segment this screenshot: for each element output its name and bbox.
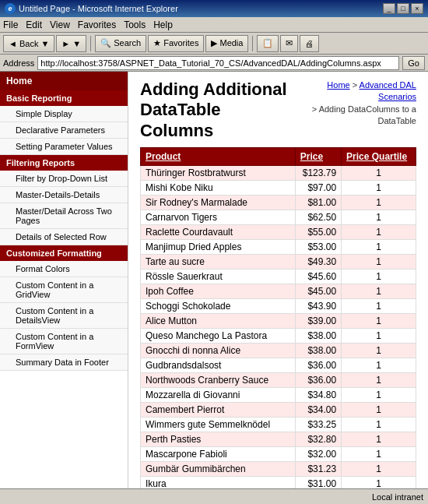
- table-row[interactable]: Gnocchi di nonna Alice$38.001: [141, 344, 416, 358]
- cell-price: $53.00: [295, 240, 341, 255]
- breadcrumb-section[interactable]: Advanced DAL Scenarios: [360, 80, 416, 101]
- cell-price: $31.23: [295, 462, 341, 477]
- cell-price: $81.00: [295, 196, 341, 210]
- table-row[interactable]: Rössle Sauerkraut$45.601: [141, 270, 416, 284]
- cell-product: Schoggi Schokolade: [141, 299, 296, 314]
- sidebar-section-filtering-reports[interactable]: Filtering Reports: [0, 155, 128, 171]
- menu-favorites[interactable]: Favorites: [78, 19, 116, 30]
- titlebar-left: e Untitled Page - Microsoft Internet Exp…: [5, 3, 178, 14]
- back-button[interactable]: ◄ Back ▼: [3, 35, 54, 52]
- cell-price: $33.25: [295, 418, 341, 432]
- cell-price: $34.80: [295, 388, 341, 403]
- table-row[interactable]: Mascarpone Fabioli$32.001: [141, 447, 416, 462]
- toolbar: ◄ Back ▼ ► ▼ 🔍 Search ★ Favorites ▶ Medi…: [0, 33, 428, 55]
- address-input[interactable]: [37, 56, 399, 70]
- cell-quartile: 1: [342, 284, 416, 299]
- table-row[interactable]: Thüringer Rostbratwurst$123.791: [141, 166, 416, 181]
- search-button[interactable]: 🔍 Search: [95, 35, 146, 52]
- sidebar-item-master-details[interactable]: Master-Details-Details: [0, 187, 128, 203]
- favorites-button[interactable]: ★ Favorites: [148, 35, 204, 52]
- table-row[interactable]: Northwoods Cranberry Sauce$36.001: [141, 373, 416, 388]
- cell-price: $38.00: [295, 344, 341, 358]
- cell-product: Raclette Courdavault: [141, 225, 296, 240]
- table-row[interactable]: Mishi Kobe Niku$97.001: [141, 181, 416, 196]
- col-header-product[interactable]: Product: [141, 148, 296, 166]
- table-row[interactable]: Gudbrandsdalsost$36.001: [141, 358, 416, 373]
- sidebar-item-setting-parameter-values[interactable]: Setting Parameter Values: [0, 139, 128, 155]
- menu-tools[interactable]: Tools: [124, 19, 146, 30]
- table-row[interactable]: Tarte au sucre$49.301: [141, 255, 416, 270]
- cell-price: $32.80: [295, 432, 341, 447]
- ie-icon: e: [5, 3, 16, 14]
- cell-product: Gudbrandsdalsost: [141, 358, 296, 373]
- cell-price: $97.00: [295, 181, 341, 196]
- cell-quartile: 1: [342, 418, 416, 432]
- sidebar-home[interactable]: Home: [0, 72, 128, 90]
- cell-product: Ipoh Coffee: [141, 284, 296, 299]
- col-header-quartile[interactable]: Price Quartile: [342, 148, 416, 166]
- sidebar-section-customized-formatting[interactable]: Customized Formatting: [0, 245, 128, 261]
- cell-quartile: 1: [342, 462, 416, 477]
- mail-button[interactable]: ✉: [280, 35, 298, 52]
- cell-product: Tarte au sucre: [141, 255, 296, 270]
- table-row[interactable]: Ikura$31.001: [141, 477, 416, 488]
- sidebar-item-summary-footer[interactable]: Summary Data in Footer: [0, 354, 128, 371]
- table-row[interactable]: Sir Rodney's Marmalade$81.001: [141, 196, 416, 210]
- table-row[interactable]: Manjimup Dried Apples$53.001: [141, 240, 416, 255]
- media-button[interactable]: ▶ Media: [205, 35, 248, 52]
- sidebar-item-custom-detailsview[interactable]: Custom Content in a DetailsView: [0, 303, 128, 329]
- table-row[interactable]: Alice Mutton$39.001: [141, 314, 416, 329]
- titlebar-controls[interactable]: _ □ ×: [383, 3, 423, 14]
- maximize-button[interactable]: □: [397, 3, 409, 14]
- cell-quartile: 1: [342, 299, 416, 314]
- sidebar-section-basic-reporting[interactable]: Basic Reporting: [0, 90, 128, 106]
- sidebar-item-custom-gridview[interactable]: Custom Content in a GridView: [0, 277, 128, 303]
- menu-help[interactable]: Help: [153, 19, 173, 30]
- sidebar: Home Basic Reporting Simple Display Decl…: [0, 72, 128, 488]
- sidebar-item-selected-row[interactable]: Details of Selected Row: [0, 229, 128, 245]
- cell-product: Sir Rodney's Marmalade: [141, 196, 296, 210]
- table-row[interactable]: Schoggi Schokolade$43.901: [141, 299, 416, 314]
- cell-product: Rössle Sauerkraut: [141, 270, 296, 284]
- title-bar: e Untitled Page - Microsoft Internet Exp…: [0, 0, 428, 17]
- sidebar-item-master-detail-pages[interactable]: Master/Detail Across Two Pages: [0, 203, 128, 229]
- cell-price: $45.00: [295, 284, 341, 299]
- table-row[interactable]: Queso Manchego La Pastora$38.001: [141, 329, 416, 344]
- table-row[interactable]: Mozzarella di Giovanni$34.801: [141, 388, 416, 403]
- sidebar-item-filter-dropdown[interactable]: Filter by Drop-Down List: [0, 171, 128, 187]
- breadcrumb-home[interactable]: Home: [327, 80, 349, 90]
- data-table: Product Price Price Quartile Thüringer R…: [140, 147, 416, 488]
- menu-edit[interactable]: Edit: [26, 19, 42, 30]
- forward-button[interactable]: ► ▼: [56, 35, 86, 52]
- cell-quartile: 1: [342, 344, 416, 358]
- table-row[interactable]: Camembert Pierrot$34.001: [141, 403, 416, 418]
- minimize-button[interactable]: _: [383, 3, 395, 14]
- table-row[interactable]: Raclette Courdavault$55.001: [141, 225, 416, 240]
- cell-product: Mozzarella di Giovanni: [141, 388, 296, 403]
- cell-price: $62.50: [295, 210, 341, 225]
- print-button[interactable]: 🖨: [300, 35, 319, 52]
- table-row[interactable]: Carnarvon Tigers$62.501: [141, 210, 416, 225]
- breadcrumb: Home > Advanced DAL Scenarios > Adding D…: [310, 79, 416, 128]
- history-button[interactable]: 📋: [257, 35, 279, 52]
- cell-quartile: 1: [342, 240, 416, 255]
- sidebar-item-declarative-parameters[interactable]: Declarative Parameters: [0, 122, 128, 139]
- address-bar: Address Go: [0, 55, 428, 72]
- sidebar-item-format-colors[interactable]: Format Colors: [0, 261, 128, 277]
- menu-view[interactable]: View: [50, 19, 70, 30]
- table-row[interactable]: Gumbär Gummibärchen$31.231: [141, 462, 416, 477]
- table-row[interactable]: Perth Pasties$32.801: [141, 432, 416, 447]
- sidebar-item-simple-display[interactable]: Simple Display: [0, 106, 128, 122]
- table-row[interactable]: Ipoh Coffee$45.001: [141, 284, 416, 299]
- go-button[interactable]: Go: [402, 56, 425, 70]
- cell-quartile: 1: [342, 358, 416, 373]
- cell-quartile: 1: [342, 403, 416, 418]
- col-header-price[interactable]: Price: [295, 148, 341, 166]
- table-row[interactable]: Wimmers gute Semmelknödel$33.251: [141, 418, 416, 432]
- cell-product: Mascarpone Fabioli: [141, 447, 296, 462]
- cell-quartile: 1: [342, 270, 416, 284]
- cell-product: Queso Manchego La Pastora: [141, 329, 296, 344]
- sidebar-item-custom-formview[interactable]: Custom Content in a FormView: [0, 329, 128, 354]
- menu-file[interactable]: File: [3, 19, 18, 30]
- close-button[interactable]: ×: [411, 3, 423, 14]
